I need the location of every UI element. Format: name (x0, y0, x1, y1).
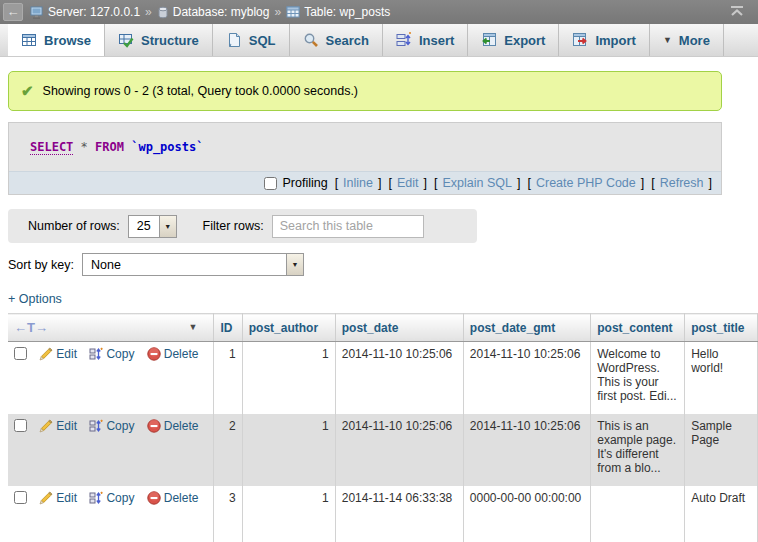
num-rows-value: 25 (129, 216, 159, 237)
column-header-id[interactable]: ID (214, 314, 242, 342)
cell-post-content[interactable]: Welcome to WordPress. This is your first… (591, 342, 685, 414)
sql-query-box: SELECT * FROM `wp_posts` Profiling [Inli… (8, 122, 722, 195)
sort-row: Sort by key: None ▼ (8, 253, 758, 276)
back-button[interactable]: ← (3, 3, 23, 21)
row-checkbox[interactable] (14, 347, 27, 360)
breadcrumb-database[interactable]: Database: myblog (157, 5, 270, 19)
tab-import[interactable]: Import (559, 24, 649, 56)
delete-row-link[interactable]: Delete (164, 419, 199, 433)
column-header-post-author[interactable]: post_author (242, 314, 335, 342)
tab-structure-label: Structure (141, 33, 199, 48)
query-tool-explain: [Explain SQL] (434, 176, 520, 190)
tab-structure[interactable]: Structure (105, 24, 213, 56)
profiling-label[interactable]: Profiling (282, 176, 327, 190)
tab-browse[interactable]: Browse (8, 24, 105, 56)
pencil-icon[interactable] (39, 491, 53, 508)
cell-post-author[interactable]: 1 (242, 342, 335, 414)
cell-post-date[interactable]: 2014-11-14 06:33:38 (335, 486, 463, 542)
table-icon (286, 6, 300, 18)
collapse-icon[interactable] (730, 5, 744, 20)
cell-id[interactable]: 2 (214, 414, 242, 486)
cell-post-date[interactable]: 2014-11-10 10:25:06 (335, 414, 463, 486)
breadcrumb-table[interactable]: Table: wp_posts (286, 5, 390, 19)
tab-browse-label: Browse (44, 33, 91, 48)
delete-icon[interactable] (147, 347, 161, 364)
explain-sql-link[interactable]: Explain SQL (442, 176, 511, 190)
sort-by-key-select[interactable]: None ▼ (82, 253, 304, 276)
copy-row-link[interactable]: Copy (106, 419, 134, 433)
cell-post-author[interactable]: 1 (242, 414, 335, 486)
edit-row-link[interactable]: Edit (56, 347, 77, 361)
edit-row-link[interactable]: Edit (56, 419, 77, 433)
column-order-arrows-icon[interactable]: ←T→ (14, 320, 48, 335)
query-tool-inline: [Inline] (335, 176, 382, 190)
cell-post-title[interactable]: Auto Draft (685, 486, 758, 542)
cell-post-date-gmt[interactable]: 2014-11-10 10:25:06 (463, 342, 590, 414)
column-header-post-content[interactable]: post_content (591, 314, 685, 342)
tab-insert[interactable]: Insert (383, 24, 468, 56)
breadcrumb-server[interactable]: Server: 127.0.0.1 (30, 5, 140, 19)
pencil-icon[interactable] (39, 347, 53, 364)
num-rows-select[interactable]: 25 ▼ (128, 215, 177, 238)
import-icon (572, 32, 588, 48)
bracket: [ (434, 176, 437, 190)
column-actions-header[interactable]: ←T→ ▼ (8, 314, 214, 342)
column-header-post-title[interactable]: post_title (685, 314, 758, 342)
column-header-post-date[interactable]: post_date (335, 314, 463, 342)
cell-post-author[interactable]: 1 (242, 486, 335, 542)
create-php-code-link[interactable]: Create PHP Code (536, 176, 636, 190)
cell-id[interactable]: 3 (214, 486, 242, 542)
delete-icon[interactable] (147, 419, 161, 436)
breadcrumb-separator: » (274, 5, 281, 19)
chevron-down-icon: ▼ (663, 35, 672, 45)
filter-rows-input[interactable] (272, 215, 424, 238)
edit-query-link[interactable]: Edit (397, 176, 419, 190)
row-checkbox[interactable] (14, 419, 27, 432)
inline-link[interactable]: Inline (343, 176, 373, 190)
sort-caret-icon[interactable]: ▼ (189, 322, 198, 332)
delete-row-link[interactable]: Delete (164, 491, 199, 505)
sort-by-key-value: None (83, 254, 286, 275)
copy-icon[interactable] (89, 347, 103, 364)
tab-sql[interactable]: SQL (213, 24, 290, 56)
copy-row-link[interactable]: Copy (106, 491, 134, 505)
bracket: ] (641, 176, 644, 190)
sql-keyword-select-link[interactable]: SELECT (30, 140, 73, 155)
cell-post-date-gmt[interactable]: 2014-11-10 10:25:06 (463, 414, 590, 486)
tab-more[interactable]: ▼ More (650, 24, 724, 56)
tab-export-label: Export (504, 33, 545, 48)
row-actions: Edit Copy Delete (8, 486, 214, 542)
tab-export[interactable]: Export (468, 24, 559, 56)
copy-icon[interactable] (89, 491, 103, 508)
cell-id[interactable]: 1 (214, 342, 242, 414)
cell-post-content[interactable]: This is an example page. It's different … (591, 414, 685, 486)
row-controls-bar: Number of rows: 25 ▼ Filter rows: (8, 209, 477, 243)
options-toggle-link[interactable]: + Options (8, 292, 62, 306)
cell-post-title[interactable]: Hello world! (685, 342, 758, 414)
cell-post-date[interactable]: 2014-11-10 10:25:06 (335, 342, 463, 414)
database-icon (157, 6, 169, 19)
column-header-post-date-gmt[interactable]: post_date_gmt (463, 314, 590, 342)
bracket: ] (517, 176, 520, 190)
row-checkbox[interactable] (14, 491, 27, 504)
tab-search[interactable]: Search (290, 24, 383, 56)
cell-post-content[interactable] (591, 486, 685, 542)
search-icon (303, 32, 319, 48)
breadcrumb-table-label: Table: wp_posts (304, 5, 390, 19)
query-tool-php: [Create PHP Code] (527, 176, 644, 190)
tab-import-label: Import (595, 33, 635, 48)
copy-row-link[interactable]: Copy (106, 347, 134, 361)
table-row: Edit Copy Delete 1 (8, 342, 758, 414)
pencil-icon[interactable] (39, 419, 53, 436)
cell-post-date-gmt[interactable]: 0000-00-00 00:00:00 (463, 486, 590, 542)
copy-icon[interactable] (89, 419, 103, 436)
refresh-link[interactable]: Refresh (660, 176, 704, 190)
check-icon: ✔ (21, 82, 34, 100)
delete-row-link[interactable]: Delete (164, 347, 199, 361)
profiling-checkbox[interactable] (264, 177, 277, 190)
breadcrumb-server-label: Server: 127.0.0.1 (48, 5, 140, 19)
results-table: ←T→ ▼ ID post_author post_date post_date… (8, 313, 758, 542)
delete-icon[interactable] (147, 491, 161, 508)
cell-post-title[interactable]: Sample Page (685, 414, 758, 486)
edit-row-link[interactable]: Edit (56, 491, 77, 505)
